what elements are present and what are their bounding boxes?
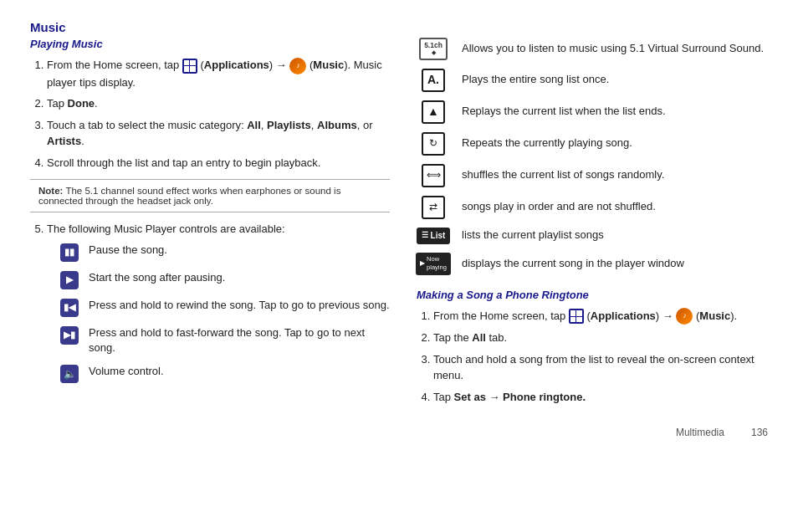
forward-icon: ▶▮ (60, 326, 79, 345)
volume-desc: Volume control. (89, 364, 390, 379)
shuffle-off-icon: ⇄ (417, 196, 450, 219)
ringtone-step-2: Tap the All tab. (433, 330, 768, 346)
icon-item-shuffle-on: ⟺ shuffles the current list of songs ran… (417, 164, 768, 187)
step-2: Tap Done. (47, 95, 390, 112)
A-desc: Plays the entire song list once. (462, 72, 609, 87)
ringtone-section-title: Making a Song a Phone Ringtone (417, 289, 768, 301)
icon-item-5ch: 5.1ch◆ Allows you to listen to music usi… (417, 38, 768, 60)
A-icon: A. (417, 69, 450, 92)
note-box: Note: The 5.1 channel sound effect works… (30, 179, 390, 212)
note-text: The 5.1 channel sound effect works when … (38, 186, 340, 206)
play-icon: ▶ (60, 271, 79, 289)
volume-icon: 🔈 (60, 365, 79, 383)
icon-item-A: A. Plays the entire song list once. (417, 69, 768, 92)
repeat-list-desc: Replays the current list when the list e… (462, 104, 666, 119)
left-column: Playing Music From the Home screen, tap … (30, 38, 390, 412)
step-1: From the Home screen, tap (Applications)… (47, 57, 390, 90)
right-icons-list: 5.1ch◆ Allows you to listen to music usi… (417, 38, 768, 275)
shuffle-off-desc: songs play in order and are not shuffled… (462, 199, 656, 214)
ringtone-step-3: Touch and hold a song from the list to r… (433, 351, 768, 384)
nowplaying-icon: ▶ Now playing (417, 253, 450, 275)
step-3: Touch a tab to select the music category… (47, 117, 390, 150)
music-icon-2: ♪ (676, 309, 696, 322)
pause-desc: Pause the song. (89, 243, 390, 258)
step-5-container: The following Music Player controls are … (30, 221, 390, 383)
control-pause: ▮▮ Pause the song. (60, 243, 390, 262)
icon-item-repeat-one: ↻ Repeats the currently playing song. (417, 132, 768, 156)
forward-desc: Press and hold to fast-forward the song.… (89, 325, 390, 356)
repeat-one-desc: Repeats the currently playing song. (462, 136, 632, 151)
5ch-desc: Allows you to listen to music using 5.1 … (462, 41, 764, 56)
control-forward: ▶▮ Press and hold to fast-forward the so… (60, 325, 390, 356)
right-column: 5.1ch◆ Allows you to listen to music usi… (417, 38, 768, 412)
repeat-one-icon: ↻ (417, 132, 450, 156)
play-desc: Start the song after pausing. (89, 270, 390, 285)
footer-section-label: Multimedia (676, 427, 724, 438)
ringtone-step-4: Tap Set as → Phone ringtone. (433, 389, 768, 406)
icon-item-nowplaying: ▶ Now playing displays the current song … (417, 253, 768, 275)
control-rewind: ▮◀ Press and hold to rewind the song. Ta… (60, 298, 390, 317)
list-icon: ☰ List (417, 228, 450, 244)
shuffle-on-desc: shuffles the current list of songs rando… (462, 167, 664, 182)
step-4: Scroll through the list and tap an entry… (47, 155, 390, 171)
steps-list-left: From the Home screen, tap (Applications)… (30, 57, 390, 171)
control-play: ▶ Start the song after pausing. (60, 270, 390, 289)
controls-list: ▮▮ Pause the song. ▶ Start the song afte… (47, 243, 390, 383)
apps-icon-2 (569, 309, 587, 322)
icon-item-shuffle-off: ⇄ songs play in order and are not shuffl… (417, 196, 768, 219)
icon-item-list: ☰ List lists the current playlist songs (417, 228, 768, 244)
step-5: The following Music Player controls are … (47, 221, 390, 383)
repeat-list-icon: ▲ (417, 100, 450, 124)
section-title: Music (30, 20, 768, 34)
two-column-layout: Playing Music From the Home screen, tap … (30, 38, 768, 412)
footer-page-number: 136 (751, 427, 768, 438)
ringtone-step-1: From the Home screen, tap (Applications)… (433, 308, 768, 325)
apps-icon (182, 59, 201, 71)
nowplaying-desc: displays the current song in the player … (462, 256, 684, 271)
control-volume: 🔈 Volume control. (60, 364, 390, 383)
rewind-icon: ▮◀ (60, 299, 79, 317)
playing-music-title: Playing Music (30, 38, 390, 50)
music-icon: ♪ (289, 59, 309, 71)
icon-item-repeat-list: ▲ Replays the current list when the list… (417, 100, 768, 124)
5ch-icon: 5.1ch◆ (417, 38, 450, 60)
footer: Multimedia 136 (30, 427, 768, 438)
note-label: Note: (38, 186, 63, 196)
rewind-desc: Press and hold to rewind the song. Tap t… (89, 298, 390, 313)
pause-icon: ▮▮ (60, 243, 79, 262)
steps-list-right: From the Home screen, tap (Applications)… (417, 308, 768, 406)
shuffle-on-icon: ⟺ (417, 164, 450, 187)
page-container: Music Playing Music From the Home screen… (30, 20, 768, 438)
list-desc: lists the current playlist songs (462, 228, 604, 243)
